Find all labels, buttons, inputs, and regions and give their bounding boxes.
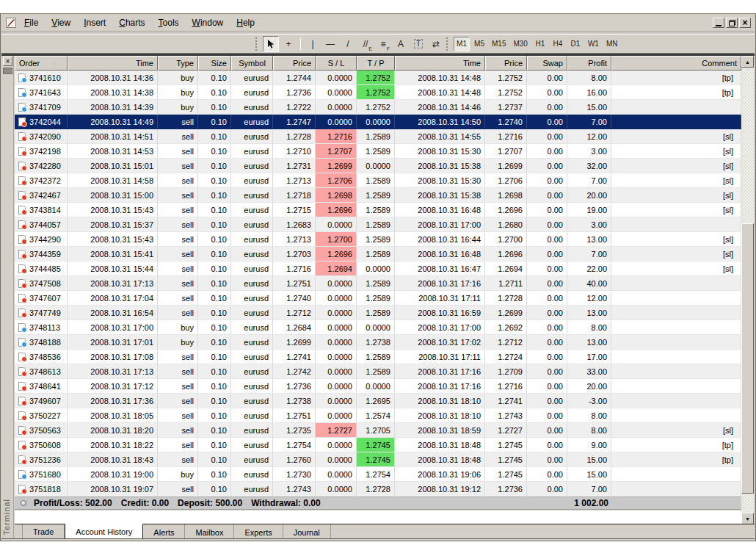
history-row[interactable]: 37424672008.10.31 15:00sell0.10eurusd1.2… — [15, 188, 741, 203]
cell-open-time: 2008.10.31 14:49 — [68, 115, 158, 129]
cell-swap: 0.00 — [527, 423, 567, 437]
column-header-order[interactable]: Order△ — [15, 56, 68, 71]
restore-button[interactable] — [726, 18, 738, 28]
toolbar-grip[interactable] — [446, 37, 449, 51]
column-header-open-time[interactable]: Time — [68, 56, 158, 71]
history-row[interactable]: 37440572008.10.31 15:37sell0.10eurusd1.2… — [15, 217, 741, 232]
column-header-open-price[interactable]: Price — [273, 56, 316, 71]
history-row[interactable]: 37475082008.10.31 17:13sell0.10eurusd1.2… — [15, 276, 741, 291]
history-row[interactable]: 37481132008.10.31 17:00buy0.10eurusd1.26… — [15, 320, 741, 335]
column-header-close-price[interactable]: Price — [485, 56, 527, 71]
timeframe-m30[interactable]: M30 — [510, 37, 530, 51]
fibonacci-tool-icon[interactable]: ≡F — [375, 36, 391, 52]
timeframe-m15[interactable]: M15 — [489, 37, 509, 51]
chart-tools-group: +|—///E≡FAT⇄ — [262, 36, 445, 52]
close-button[interactable]: × — [739, 18, 751, 28]
history-row[interactable]: 37516802008.10.31 19:00buy0.10eurusd1.27… — [15, 467, 741, 482]
scrollbar-track[interactable] — [741, 68, 754, 513]
timeframe-d1[interactable]: D1 — [567, 37, 584, 51]
menu-item-help[interactable]: Help — [230, 14, 261, 32]
column-header-symbol[interactable]: Symbol — [231, 56, 273, 71]
trendline-tool-icon[interactable]: / — [340, 36, 356, 52]
text-tool-icon[interactable]: A — [393, 36, 409, 52]
timeframe-h1[interactable]: H1 — [532, 37, 548, 51]
cell-symbol: eurusd — [231, 144, 273, 158]
column-header-comment[interactable]: Comment — [611, 56, 741, 71]
column-header-close-time[interactable]: Time — [395, 56, 485, 71]
history-row[interactable]: 37506082008.10.31 18:22sell0.10eurusd1.2… — [15, 438, 741, 452]
history-row[interactable]: 37420442008.10.31 14:49sell0.10eurusd1.2… — [15, 115, 741, 129]
menu-item-window[interactable]: Window — [186, 14, 230, 32]
terminal-grip[interactable] — [3, 68, 12, 74]
menu-item-tools[interactable]: Tools — [152, 14, 186, 32]
history-row[interactable]: 37512362008.10.31 18:43sell0.10eurusd1.2… — [15, 452, 741, 467]
history-row[interactable]: 37496072008.10.31 17:36sell0.10eurusd1.2… — [15, 394, 741, 408]
cell-close-time: 2008.10.31 16:44 — [395, 232, 485, 246]
tab-trade[interactable]: Trade — [22, 524, 65, 540]
column-header-sl[interactable]: S / L — [316, 56, 357, 71]
toolbar-grip[interactable] — [255, 37, 258, 51]
scroll-up-icon[interactable]: ▲ — [741, 56, 754, 68]
history-row[interactable]: 37422802008.10.31 15:01sell0.10eurusd1.2… — [15, 159, 741, 173]
column-header-size[interactable]: Size — [198, 56, 231, 71]
history-row[interactable]: 37476072008.10.31 17:04sell0.10eurusd1.2… — [15, 291, 741, 306]
history-row[interactable]: 37505632008.10.31 18:20sell0.10eurusd1.2… — [15, 423, 741, 438]
history-row[interactable]: 37481882008.10.31 17:01buy0.10eurusd1.26… — [15, 335, 741, 350]
cell-profit: -3.00 — [567, 394, 611, 408]
tab-alerts[interactable]: Alerts — [143, 524, 185, 540]
history-row[interactable]: 37502272008.10.31 18:05sell0.10eurusd1.2… — [15, 408, 741, 423]
history-row[interactable]: 37518182008.10.31 19:07sell0.10eurusd1.2… — [15, 482, 741, 497]
timeframe-m1[interactable]: M1 — [454, 37, 470, 51]
history-row[interactable]: 37421982008.10.31 14:53sell0.10eurusd1.2… — [15, 144, 741, 159]
cell-symbol: eurusd — [231, 394, 273, 408]
history-row[interactable]: 37420902008.10.31 14:51sell0.10eurusd1.2… — [15, 129, 741, 144]
history-row[interactable]: 37416102008.10.31 14:36buy0.10eurusd1.27… — [15, 71, 741, 85]
column-header-type[interactable]: Type — [158, 56, 198, 71]
scrollbar-thumb[interactable] — [741, 223, 754, 494]
column-header-tp[interactable]: T / P — [357, 56, 395, 71]
terminal-close-icon[interactable]: × — [3, 57, 12, 66]
scroll-down-icon[interactable]: ▼ — [741, 513, 754, 524]
order-sell-icon — [18, 118, 26, 126]
cursor-tool-icon[interactable] — [263, 36, 279, 52]
cell-type: sell — [158, 217, 198, 231]
cell-type: sell — [158, 188, 198, 202]
close-icon: × — [742, 19, 747, 26]
menu-item-charts[interactable]: Charts — [112, 14, 151, 32]
history-row[interactable]: 37417092008.10.31 14:39buy0.10eurusd1.27… — [15, 100, 741, 115]
history-row[interactable]: 37485362008.10.31 17:08sell0.10eurusd1.2… — [15, 350, 741, 364]
history-row[interactable]: 37443592008.10.31 15:41sell0.10eurusd1.2… — [15, 247, 741, 261]
history-row[interactable]: 37442902008.10.31 15:43sell0.10eurusd1.2… — [15, 232, 741, 247]
order-buy-icon — [18, 103, 26, 112]
text-label-tool-icon[interactable]: T — [410, 36, 426, 52]
tab-account-history[interactable]: Account History — [65, 524, 143, 540]
history-row[interactable]: 37438142008.10.31 15:43sell0.10eurusd1.2… — [15, 203, 741, 217]
crosshair-tool-icon[interactable]: + — [280, 36, 297, 52]
timeframe-mn[interactable]: MN — [603, 37, 621, 51]
horizontal-line-tool-icon[interactable]: — — [322, 36, 338, 52]
timeframe-m5[interactable]: M5 — [471, 37, 487, 51]
menu-item-insert[interactable]: Insert — [77, 14, 112, 32]
menu-item-file[interactable]: File — [18, 14, 45, 32]
cell-swap: 0.00 — [527, 232, 567, 246]
history-row[interactable]: 37444852008.10.31 15:44sell0.10eurusd1.2… — [15, 261, 741, 276]
history-row[interactable]: 37486132008.10.31 17:13sell0.10eurusd1.2… — [15, 364, 741, 379]
tab-experts[interactable]: Experts — [234, 524, 283, 540]
tab-mailbox[interactable]: Mailbox — [185, 524, 234, 540]
vertical-line-tool-icon[interactable]: | — [305, 36, 321, 52]
history-row[interactable]: 37423722008.10.31 14:58sell0.10eurusd1.2… — [15, 173, 741, 188]
arrows-tool-icon[interactable]: ⇄ — [428, 36, 444, 52]
tab-journal[interactable]: Journal — [283, 524, 331, 540]
timeframe-w1[interactable]: W1 — [585, 37, 602, 51]
minimize-button[interactable] — [713, 18, 724, 28]
cell-comment — [611, 350, 741, 364]
cell-open-time: 2008.10.31 19:00 — [68, 467, 158, 481]
column-header-profit[interactable]: Profit — [567, 56, 611, 71]
history-row[interactable]: 37477492008.10.31 16:54sell0.10eurusd1.2… — [15, 306, 741, 320]
history-row[interactable]: 37486412008.10.31 17:12sell0.10eurusd1.2… — [15, 379, 741, 394]
column-header-swap[interactable]: Swap — [527, 56, 567, 71]
menu-item-view[interactable]: View — [45, 14, 77, 32]
history-row[interactable]: 37416432008.10.31 14:38buy0.10eurusd1.27… — [15, 85, 741, 100]
timeframe-h4[interactable]: H4 — [550, 37, 566, 51]
equidistant-channel-tool-icon[interactable]: //E — [357, 36, 374, 52]
